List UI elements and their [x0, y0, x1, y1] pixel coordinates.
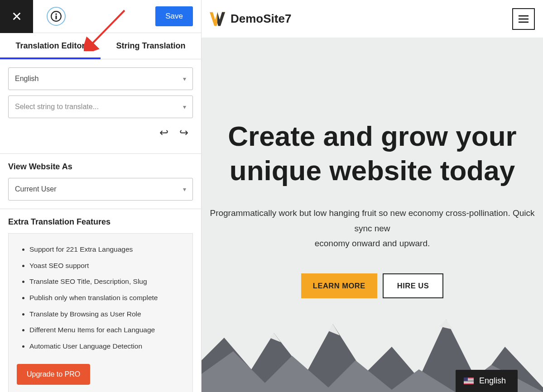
- site-name: DemoSite7: [231, 12, 291, 26]
- view-as-value: Current User: [15, 185, 57, 193]
- translation-sidebar: Save Translation Editor String Translati…: [0, 0, 202, 392]
- hero-section: Create and grow your unique website toda…: [202, 38, 543, 392]
- string-select[interactable]: Select string to translate...: [8, 96, 193, 118]
- site-header: DemoSite7: [202, 0, 543, 38]
- hamburger-icon: [519, 15, 529, 23]
- string-select-placeholder: Select string to translate...: [15, 103, 99, 111]
- svg-rect-2: [55, 15, 57, 19]
- close-icon: [12, 11, 22, 21]
- feature-item: Translate by Browsing as User Role: [29, 309, 184, 319]
- feature-item: Yoast SEO support: [29, 261, 184, 271]
- features-box: Support for 221 Extra Languages Yoast SE…: [8, 233, 193, 392]
- feature-item: Publish only when translation is complet…: [29, 293, 184, 303]
- svg-rect-4: [519, 18, 529, 19]
- svg-rect-5: [519, 21, 529, 23]
- view-as-label: View Website As: [8, 162, 193, 172]
- language-select-value: English: [15, 75, 38, 83]
- language-select[interactable]: English: [8, 67, 193, 90]
- info-button[interactable]: [47, 7, 66, 26]
- extra-features-section: Extra Translation Features Support for 2…: [0, 209, 201, 392]
- tab-translation-editor[interactable]: Translation Editor: [0, 33, 101, 59]
- feature-item: Translate SEO Title, Description, Slug: [29, 277, 184, 287]
- feature-item: Automatic User Language Detection: [29, 341, 184, 351]
- hero-sub-line-2: economy onward and upward.: [205, 236, 540, 251]
- language-switcher-label: English: [479, 376, 506, 386]
- hero-title: Create and grow your unique website toda…: [209, 119, 535, 187]
- feature-item: Support for 221 Extra Languages: [29, 244, 184, 254]
- svg-point-1: [55, 13, 57, 14]
- view-as-section: View Website As Current User: [0, 153, 201, 209]
- flag-us-icon: [464, 378, 474, 384]
- language-switcher[interactable]: English: [456, 370, 518, 392]
- site-preview: DemoSite7 Create and grow your unique we…: [202, 0, 543, 392]
- hero-ctas: LEARN MORE HIRE US: [301, 273, 443, 298]
- upgrade-button[interactable]: Upgrade to PRO: [17, 364, 90, 385]
- hero-subtitle: Programmatically work but low hanging fr…: [205, 206, 540, 251]
- hero-sub-line-1: Programmatically work but low hanging fr…: [205, 206, 540, 236]
- view-as-select[interactable]: Current User: [8, 178, 193, 201]
- feature-item: Different Menu Items for each Language: [29, 325, 184, 335]
- info-icon: [50, 10, 62, 22]
- hire-us-button[interactable]: HIRE US: [383, 273, 443, 298]
- features-list: Support for 221 Extra Languages Yoast SE…: [17, 244, 184, 351]
- logo-mark-icon: [210, 12, 225, 26]
- close-button[interactable]: [0, 0, 33, 33]
- save-button[interactable]: Save: [155, 6, 193, 26]
- extra-features-label: Extra Translation Features: [8, 217, 193, 227]
- prev-string-button[interactable]: ↩: [159, 126, 168, 139]
- tab-string-translation[interactable]: String Translation: [101, 33, 201, 59]
- sidebar-top-bar: Save: [0, 0, 201, 33]
- site-logo[interactable]: DemoSite7: [210, 12, 291, 26]
- menu-button[interactable]: [512, 8, 535, 30]
- editor-panel: English Select string to translate... ↩ …: [0, 59, 201, 153]
- svg-rect-3: [519, 15, 529, 16]
- next-string-button[interactable]: ↪: [179, 126, 188, 139]
- tabs: Translation Editor String Translation: [0, 33, 201, 59]
- learn-more-button[interactable]: LEARN MORE: [301, 273, 377, 298]
- nav-arrows: ↩ ↪: [8, 124, 193, 145]
